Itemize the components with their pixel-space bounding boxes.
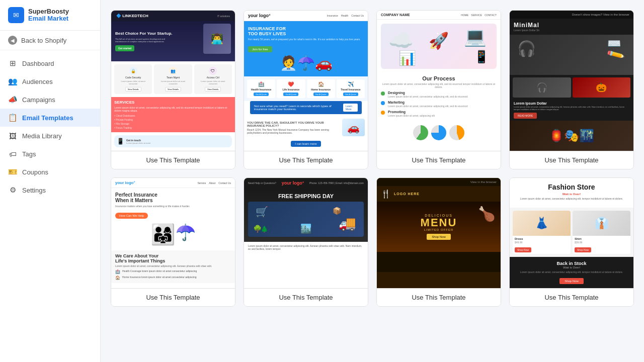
tmpl2-logo: your logo° — [248, 13, 271, 18]
tmpl1-hero-image: 👨‍💻 — [203, 24, 231, 54]
audiences-icon: 👥 — [8, 77, 17, 86]
tmpl2-hero: INSURANCE FORTOO BUSY LIVES For nearly 5… — [244, 21, 368, 76]
app-logo-icon: ✉ — [8, 7, 24, 23]
tmpl2-info: YOU DRIVE THE CAR, SHOULDN'T YOU DRIVE Y… — [244, 116, 368, 139]
template-card-insurance-blue: your logo° InsuranceHealthContact Us INS… — [244, 10, 368, 169]
sidebar-item-dashboard[interactable]: ⊞ Dashboard — [0, 54, 100, 72]
template-thumbnail-linkedtech[interactable]: 🔷 LINKEDTECH IT solutions Best Choice Fo… — [111, 11, 235, 151]
template-card-fashion: Fashion Store Wait is Over! Lorem ipsum … — [509, 177, 634, 307]
sidebar-item-label: Media Library — [22, 132, 62, 140]
tmpl4-desc: Lorem ipsum dolor sit amet, consectetur … — [510, 106, 633, 111]
template-thumbnail-free-shipping[interactable]: Need Help or Questions? your logo° Phone… — [244, 178, 368, 288]
tmpl3-logo: COMPANY NAME — [381, 13, 410, 17]
settings-icon: ⚙ — [8, 186, 17, 195]
template-card-linkedtech: 🔷 LINKEDTECH IT solutions Best Choice Fo… — [111, 10, 235, 169]
use-template-btn-process[interactable]: Use This Template — [377, 151, 501, 169]
main-content: 🔷 LINKEDTECH IT solutions Best Choice Fo… — [101, 0, 644, 362]
sidebar-item-label: Tags — [22, 150, 36, 158]
tmpl1-features: 🔒 Code Security Lorem ipsum dolor sit am… — [111, 61, 235, 97]
back-icon: ◀ — [8, 36, 17, 45]
coupons-icon: 🎫 — [8, 167, 17, 176]
tmpl8-footer: Back in Stock Wait is Over! Lorem ipsum … — [510, 257, 633, 288]
tmpl4-btn: READ MORE — [514, 113, 537, 119]
use-template-btn-free-shipping[interactable]: Use This Template — [244, 288, 368, 306]
template-card-insurance-white: your logo° ServiceAboutContact Us Perfec… — [111, 177, 235, 307]
tmpl8-products: 👗 Dress $49.99 Shop Now 👔 Shirt $39.99 S… — [510, 208, 633, 257]
sidebar-item-label: Campaigns — [22, 96, 55, 104]
sidebar-item-campaigns[interactable]: 📣 Campaigns — [0, 90, 100, 109]
sidebar-item-email-templates[interactable]: 📋 Email Templates — [0, 109, 100, 127]
tmpl1-header-right: IT solutions — [217, 15, 230, 18]
tmpl4-products: 🎧 🎃 — [510, 75, 633, 100]
sidebar: ✉ SuperBoosty Email Market ◀ Back to Sho… — [0, 0, 101, 362]
use-template-btn-fashion[interactable]: Use This Template — [510, 288, 633, 306]
tmpl2-banner-wrap: Not sure what you need? Learn in seconds… — [244, 101, 368, 116]
tmpl8-hero: Fashion Store Wait is Over! Lorem ipsum … — [510, 178, 633, 208]
use-template-btn-insurance-white[interactable]: Use This Template — [111, 288, 235, 306]
sidebar-item-audiences[interactable]: 👥 Audiences — [0, 72, 100, 90]
tmpl4-header: Doesn't show images? View in the browser — [510, 11, 633, 19]
tmpl4-logo-area: MiniMal Lorem Ipsum Dollar Sit — [510, 19, 633, 35]
tmpl3-steps: Designing Lorem ipsum dolor sit amet, co… — [377, 91, 501, 123]
template-card-minimal: Doesn't show images? View in the browser… — [509, 10, 634, 169]
tmpl1-cta: 📱 Get in touch Lorem ipsum dolor sit ame… — [111, 132, 235, 150]
templates-grid: 🔷 LINKEDTECH IT solutions Best Choice Fo… — [111, 10, 634, 307]
tmpl7-footer — [377, 252, 501, 272]
tmpl6-hero: FREE SHIPPING DAY 🌳 🌲 🏙️ 🚚 📦 🛒 — [244, 188, 368, 242]
template-card-process: COMPANY NAME HOMESERVICECONTACT ☁️ 💻 📊 📱… — [376, 10, 501, 169]
tmpl6-header: Need Help or Questions? your logo° Phone… — [244, 178, 368, 188]
template-thumbnail-minimal[interactable]: Doesn't show images? View in the browser… — [510, 11, 633, 151]
sidebar-item-label: Email Templates — [22, 114, 73, 122]
tmpl1-hero-title: Best Choice For Your Startup. — [115, 31, 173, 36]
template-thumbnail-restaurant[interactable]: View in the browser 🍴 LOGO HERE 🍗 DELICI… — [377, 178, 501, 288]
sidebar-item-label: Coupons — [22, 168, 48, 176]
template-card-free-shipping: Need Help or Questions? your logo° Phone… — [244, 177, 368, 307]
use-template-btn-minimal[interactable]: Use This Template — [510, 151, 633, 169]
tmpl7-header: View in the browser — [377, 178, 501, 186]
sidebar-item-label: Dashboard — [22, 60, 54, 67]
tmpl4-footer: 🏮 🎭 🌃 — [510, 121, 633, 151]
sidebar-item-label: Settings — [22, 187, 46, 194]
tmpl7-hero: 🍗 DELICIOUS MENU LIMITED OFFER Shop Now — [377, 202, 501, 252]
sidebar-item-label: Audiences — [22, 78, 53, 85]
template-thumbnail-insurance-white[interactable]: your logo° ServiceAboutContact Us Perfec… — [111, 178, 235, 288]
tmpl2-products: 🏥 Health Insurance Get A Quote ❤️ Life I… — [244, 76, 368, 101]
tags-icon: 🏷 — [8, 149, 17, 158]
tmpl2-learn-more-btn: I can learn more — [291, 141, 320, 147]
use-template-btn-linkedtech[interactable]: Use This Template — [111, 151, 235, 169]
back-to-shopify[interactable]: ◀ Back to Shopify — [0, 31, 100, 50]
tmpl5-header: your logo° ServiceAboutContact Us — [111, 178, 235, 188]
tmpl7-logo-area: 🍴 LOGO HERE — [377, 186, 501, 202]
media-library-icon: 🖼 — [8, 131, 17, 140]
tmpl1-hero-desc: The full set of services around system d… — [115, 38, 173, 43]
template-thumbnail-insurance[interactable]: your logo° InsuranceHealthContact Us INS… — [244, 11, 368, 151]
back-label: Back to Shopify — [21, 37, 66, 44]
tmpl6-info: Lorem ipsum dolor sit amet, consectetur … — [244, 242, 368, 253]
tmpl4-title: Lorem Ipsum Dollar — [510, 100, 633, 106]
tmpl3-hero: ☁️ 💻 📊 📱 🚀 — [377, 20, 501, 73]
tmpl3-process-sub: Lorem ipsum dolor sit amet, consectetur … — [377, 82, 501, 91]
sidebar-item-tags[interactable]: 🏷 Tags — [0, 145, 100, 163]
template-thumbnail-process[interactable]: COMPANY NAME HOMESERVICECONTACT ☁️ 💻 📊 📱… — [377, 11, 501, 151]
sidebar-item-coupons[interactable]: 🎫 Coupons — [0, 163, 100, 181]
tmpl1-services-desc: Lorem ipsum dolor sit amet, consectetur … — [114, 106, 232, 112]
sidebar-item-media-library[interactable]: 🖼 Media Library — [0, 127, 100, 145]
tmpl1-logo: 🔷 LINKEDTECH — [116, 14, 148, 18]
template-card-restaurant: View in the browser 🍴 LOGO HERE 🍗 DELICI… — [376, 177, 501, 307]
tmpl1-services-title: SERVICES — [114, 100, 232, 105]
use-template-btn-restaurant[interactable]: Use This Template — [377, 288, 501, 306]
template-thumbnail-fashion[interactable]: Fashion Store Wait is Over! Lorem ipsum … — [510, 178, 633, 288]
campaigns-icon: 📣 — [8, 95, 17, 104]
tmpl2-nav: InsuranceHealthContact Us — [327, 14, 364, 17]
tmpl4-hero-img: 🎧 ⌨️ ✏️ — [510, 35, 633, 75]
tmpl3-nav: HOMESERVICECONTACT — [461, 14, 497, 17]
sidebar-nav: ⊞ Dashboard 👥 Audiences 📣 Campaigns 📋 Em… — [0, 50, 100, 362]
email-templates-icon: 📋 — [8, 113, 17, 122]
tmpl5-hero: Perfect InsuranceWhen it Matters Insuran… — [111, 188, 235, 250]
sidebar-item-settings[interactable]: ⚙ Settings — [0, 181, 100, 199]
tmpl5-section2: We Care About YourLife's Important Thing… — [111, 250, 235, 283]
sidebar-header: ✉ SuperBoosty Email Market — [0, 0, 100, 31]
use-template-btn-insurance[interactable]: Use This Template — [244, 151, 368, 169]
tmpl3-process-title: Our Process — [377, 73, 501, 82]
tmpl3-charts — [377, 123, 501, 143]
